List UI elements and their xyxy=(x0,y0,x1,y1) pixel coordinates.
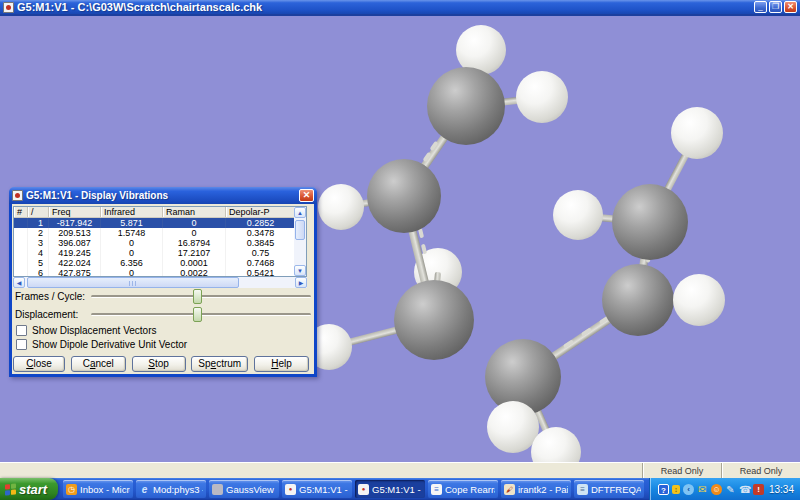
table-cell: 209.513 xyxy=(49,228,101,238)
table-row[interactable]: 6427.87500.00220.5421 xyxy=(14,268,307,277)
wordpad-icon: ≡ xyxy=(431,484,442,495)
carbon-atom[interactable] xyxy=(367,159,441,233)
taskbar-item-gaussview-3-09[interactable]: GaussView 3.09 xyxy=(209,480,279,498)
hide-icons-chevron[interactable]: ‹ xyxy=(683,484,694,495)
updates-icon[interactable]: ↕ xyxy=(672,485,680,494)
table-cell: 1.5748 xyxy=(101,228,163,238)
taskbar-item-cope-rearra-[interactable]: ≡Cope Rearra... xyxy=(428,480,498,498)
scroll-up-button[interactable]: ▲ xyxy=(294,207,306,218)
show-dipole-derivative-checkbox[interactable] xyxy=(16,339,27,350)
close-button[interactable]: ✕ xyxy=(784,1,797,13)
column-header-raman[interactable]: Raman xyxy=(163,207,226,217)
taskbar-item-g5-m1-v1-c-[interactable]: ●G5:M1:V1 - C... xyxy=(282,480,352,498)
frames-cycle-slider[interactable] xyxy=(91,295,311,298)
show-dipole-derivative-row[interactable]: Show Dipole Derivative Unit Vector xyxy=(16,339,187,350)
dialog-title: G5:M1:V1 - Display Vibrations xyxy=(26,190,296,201)
column-header-infrared[interactable]: Infrared xyxy=(101,207,163,217)
carbon-atom[interactable] xyxy=(394,280,474,360)
vibrations-table[interactable]: #/FreqInfraredRamanDepolar-PDep 1-817.94… xyxy=(13,206,307,277)
table-cell: 0 xyxy=(101,268,163,277)
column-header-[interactable]: # xyxy=(14,207,28,217)
table-row[interactable]: 3396.087016.87940.3845 xyxy=(14,238,307,248)
vertical-scrollbar[interactable]: ▲ ▼ xyxy=(294,207,306,276)
table-row[interactable]: 5422.0246.3560.00010.7468 xyxy=(14,258,307,268)
table-row[interactable]: 1-817.9425.87100.2852 xyxy=(14,218,307,228)
messenger-icon[interactable]: ☺ xyxy=(711,484,722,495)
taskbar-item-mod-phys3-[interactable]: eMod:phys3 - ... xyxy=(136,480,206,498)
column-header-freq[interactable]: Freq xyxy=(49,207,101,217)
status-bar-fill xyxy=(0,463,642,478)
table-cell: 17.2107 xyxy=(163,248,226,258)
cancel-button[interactable]: Cancel xyxy=(71,356,126,372)
close-button[interactable]: Close xyxy=(13,356,65,372)
table-cell: 6.356 xyxy=(101,258,163,268)
notepad-icon: ≡ xyxy=(577,484,588,495)
pen-icon[interactable]: ✎ xyxy=(725,484,736,495)
vertical-scroll-thumb[interactable] xyxy=(295,220,305,240)
table-cell: 0.7468 xyxy=(226,258,296,268)
show-dipole-derivative-label: Show Dipole Derivative Unit Vector xyxy=(32,339,187,350)
carbon-atom[interactable] xyxy=(602,264,674,336)
carbon-atom[interactable] xyxy=(427,67,505,145)
molecule-viewport[interactable]: G5:M1:V1 - Display Vibrations ✕ #/FreqIn… xyxy=(0,18,800,462)
status-readonly-panel-2: Read Only xyxy=(721,463,800,478)
taskbar-item-inbox-micro-[interactable]: ◷Inbox - Micro... xyxy=(63,480,133,498)
column-header-[interactable]: / xyxy=(28,207,49,217)
table-cell: 4 xyxy=(28,248,49,258)
table-header-row: #/FreqInfraredRamanDepolar-PDep xyxy=(14,207,307,218)
column-header-depolarp[interactable]: Depolar-P xyxy=(226,207,296,217)
taskbar: start ◷Inbox - Micro...eMod:phys3 - ...G… xyxy=(0,478,800,500)
table-row[interactable]: 2209.5131.574800.3478 xyxy=(14,228,307,238)
table-cell: 0.2852 xyxy=(226,218,296,228)
hydrogen-atom[interactable] xyxy=(531,427,581,462)
table-cell xyxy=(14,238,28,248)
window-title: G5:M1:V1 - C:\G03W\Scratch\chairtanscalc… xyxy=(17,1,751,13)
taskbar-item-label: G5:M1:V1 - C... xyxy=(299,484,349,495)
table-row[interactable]: 4419.245017.21070.75 xyxy=(14,248,307,258)
table-cell: 16.8794 xyxy=(163,238,226,248)
phone-icon[interactable]: ☎ xyxy=(739,484,750,495)
scroll-left-button[interactable]: ◀ xyxy=(13,277,25,288)
display-vibrations-dialog[interactable]: G5:M1:V1 - Display Vibrations ✕ #/FreqIn… xyxy=(9,187,317,377)
taskbar-item-label: G5:M1:V1 - D... xyxy=(372,484,422,495)
scroll-down-button[interactable]: ▼ xyxy=(294,265,306,276)
windows-flag-icon xyxy=(5,483,16,495)
taskbar-item-irantk2-paint[interactable]: 🖌irantk2 - Paint xyxy=(501,480,571,498)
taskbar-clock: 13:34 xyxy=(769,484,794,495)
frames-cycle-label: Frames / Cycle: xyxy=(15,291,91,302)
hydrogen-atom[interactable] xyxy=(516,71,568,123)
hydrogen-atom[interactable] xyxy=(673,274,725,326)
table-cell: 0.75 xyxy=(226,248,296,258)
table-cell: 2 xyxy=(28,228,49,238)
desktop-screen: G5:M1:V1 - C:\G03W\Scratch\chairtanscalc… xyxy=(0,0,800,500)
spectrum-button[interactable]: Spectrum xyxy=(191,356,248,372)
horizontal-scroll-thumb[interactable] xyxy=(27,277,239,288)
stop-button[interactable]: Stop xyxy=(132,356,186,372)
gaussview-app-icon xyxy=(212,484,223,495)
frames-cycle-slider-thumb[interactable] xyxy=(193,289,202,304)
minimize-button[interactable]: _ xyxy=(754,1,767,13)
dialog-close-button[interactable]: ✕ xyxy=(299,189,314,202)
mail-icon[interactable]: ✉ xyxy=(697,484,708,495)
help-icon[interactable]: ? xyxy=(658,484,669,495)
show-displacement-vectors-row[interactable]: Show Displacement Vectors xyxy=(16,325,157,336)
taskbar-item-dftfreqan-[interactable]: ≡DFTFREQAN... xyxy=(574,480,644,498)
dialog-titlebar[interactable]: G5:M1:V1 - Display Vibrations ✕ xyxy=(9,187,317,204)
taskbar-item-label: GaussView 3.09 xyxy=(226,484,276,495)
hydrogen-atom[interactable] xyxy=(553,190,603,240)
scroll-right-button[interactable]: ▶ xyxy=(295,277,307,288)
displacement-slider-thumb[interactable] xyxy=(193,307,202,322)
start-button[interactable]: start xyxy=(0,478,58,500)
horizontal-scrollbar[interactable]: ◀ ▶ xyxy=(13,277,307,288)
taskbar-item-g5-m1-v1-d-[interactable]: ●G5:M1:V1 - D... xyxy=(355,480,425,498)
help-button[interactable]: Help xyxy=(254,356,309,372)
hydrogen-atom[interactable] xyxy=(318,184,364,230)
alert-icon[interactable]: ! xyxy=(753,484,764,495)
taskbar-item-label: Mod:phys3 - ... xyxy=(153,484,203,495)
restore-button[interactable]: ❐ xyxy=(769,1,782,13)
show-displacement-vectors-checkbox[interactable] xyxy=(16,325,27,336)
hydrogen-atom[interactable] xyxy=(671,107,723,159)
carbon-atom[interactable] xyxy=(612,184,688,260)
displacement-slider[interactable] xyxy=(91,313,311,316)
main-window-titlebar[interactable]: G5:M1:V1 - C:\G03W\Scratch\chairtanscalc… xyxy=(0,0,800,16)
